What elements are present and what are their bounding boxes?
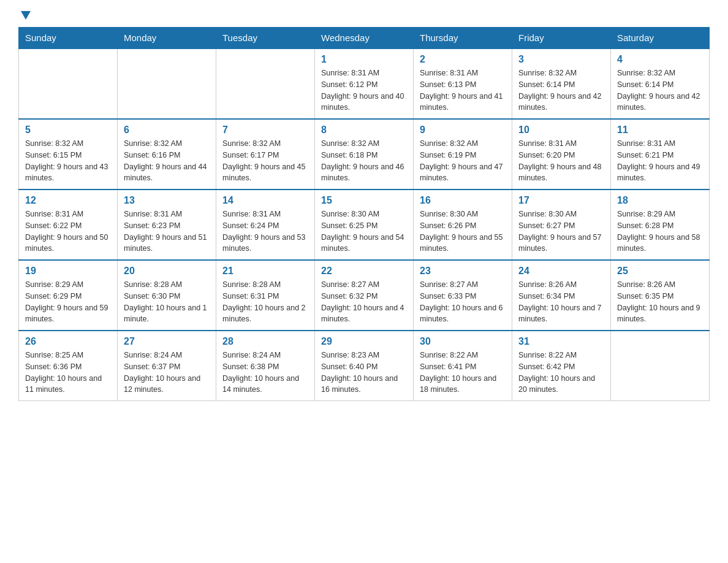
day-number: 16 <box>420 195 506 206</box>
week-row-1: 1Sunrise: 8:31 AM Sunset: 6:12 PM Daylig… <box>19 48 710 119</box>
calendar-cell: 24Sunrise: 8:26 AM Sunset: 6:34 PM Dayli… <box>512 260 611 331</box>
calendar-cell: 12Sunrise: 8:31 AM Sunset: 6:22 PM Dayli… <box>19 190 118 260</box>
day-number: 29 <box>321 336 407 347</box>
logo-triangle-icon <box>21 11 31 20</box>
day-number: 28 <box>222 336 308 347</box>
day-number: 27 <box>124 336 210 347</box>
day-number: 23 <box>420 266 506 277</box>
calendar-cell: 17Sunrise: 8:30 AM Sunset: 6:27 PM Dayli… <box>512 190 611 260</box>
day-info: Sunrise: 8:26 AM Sunset: 6:35 PM Dayligh… <box>617 279 703 325</box>
weekday-header-sunday: Sunday <box>19 28 118 49</box>
calendar-cell: 28Sunrise: 8:24 AM Sunset: 6:38 PM Dayli… <box>216 331 315 401</box>
day-info: Sunrise: 8:32 AM Sunset: 6:17 PM Dayligh… <box>222 138 308 184</box>
calendar-cell: 22Sunrise: 8:27 AM Sunset: 6:32 PM Dayli… <box>315 260 414 331</box>
weekday-header-monday: Monday <box>118 28 216 49</box>
day-number: 17 <box>518 195 604 206</box>
day-number: 11 <box>617 124 703 136</box>
calendar-cell: 16Sunrise: 8:30 AM Sunset: 6:26 PM Dayli… <box>414 190 512 260</box>
day-number: 13 <box>124 195 210 206</box>
day-number: 3 <box>518 54 604 65</box>
calendar-cell: 8Sunrise: 8:32 AM Sunset: 6:18 PM Daylig… <box>315 119 414 190</box>
weekday-header-saturday: Saturday <box>611 28 710 49</box>
weekday-header-wednesday: Wednesday <box>315 28 414 49</box>
day-info: Sunrise: 8:27 AM Sunset: 6:33 PM Dayligh… <box>420 279 506 325</box>
calendar-cell: 18Sunrise: 8:29 AM Sunset: 6:28 PM Dayli… <box>611 190 710 260</box>
day-number: 22 <box>321 266 407 277</box>
day-info: Sunrise: 8:31 AM Sunset: 6:21 PM Dayligh… <box>617 138 703 184</box>
calendar-cell: 5Sunrise: 8:32 AM Sunset: 6:15 PM Daylig… <box>19 119 118 190</box>
calendar-cell: 10Sunrise: 8:31 AM Sunset: 6:20 PM Dayli… <box>512 119 611 190</box>
day-number: 20 <box>124 266 210 277</box>
week-row-5: 26Sunrise: 8:25 AM Sunset: 6:36 PM Dayli… <box>19 331 710 401</box>
logo <box>18 12 31 21</box>
calendar-cell: 27Sunrise: 8:24 AM Sunset: 6:37 PM Dayli… <box>118 331 216 401</box>
calendar-cell: 25Sunrise: 8:26 AM Sunset: 6:35 PM Dayli… <box>611 260 710 331</box>
day-number: 6 <box>124 124 210 136</box>
weekday-header-tuesday: Tuesday <box>216 28 315 49</box>
week-row-3: 12Sunrise: 8:31 AM Sunset: 6:22 PM Dayli… <box>19 190 710 260</box>
day-number: 12 <box>25 195 111 206</box>
day-number: 4 <box>617 54 703 65</box>
calendar-cell: 23Sunrise: 8:27 AM Sunset: 6:33 PM Dayli… <box>414 260 512 331</box>
weekday-header-row: SundayMondayTuesdayWednesdayThursdayFrid… <box>19 28 710 49</box>
day-number: 30 <box>420 336 506 347</box>
day-number: 2 <box>420 54 506 65</box>
day-info: Sunrise: 8:32 AM Sunset: 6:14 PM Dayligh… <box>617 67 703 113</box>
calendar-cell <box>216 48 315 119</box>
day-info: Sunrise: 8:32 AM Sunset: 6:16 PM Dayligh… <box>124 138 210 184</box>
day-info: Sunrise: 8:30 AM Sunset: 6:27 PM Dayligh… <box>518 209 604 255</box>
day-info: Sunrise: 8:29 AM Sunset: 6:28 PM Dayligh… <box>617 209 703 255</box>
calendar-cell: 11Sunrise: 8:31 AM Sunset: 6:21 PM Dayli… <box>611 119 710 190</box>
calendar-cell: 4Sunrise: 8:32 AM Sunset: 6:14 PM Daylig… <box>611 48 710 119</box>
day-info: Sunrise: 8:28 AM Sunset: 6:30 PM Dayligh… <box>124 279 210 325</box>
day-number: 26 <box>25 336 111 347</box>
day-info: Sunrise: 8:22 AM Sunset: 6:42 PM Dayligh… <box>518 350 604 396</box>
day-number: 18 <box>617 195 703 206</box>
weekday-header-friday: Friday <box>512 28 611 49</box>
day-number: 15 <box>321 195 407 206</box>
calendar-table: SundayMondayTuesdayWednesdayThursdayFrid… <box>18 27 710 401</box>
calendar-cell: 2Sunrise: 8:31 AM Sunset: 6:13 PM Daylig… <box>414 48 512 119</box>
day-info: Sunrise: 8:24 AM Sunset: 6:38 PM Dayligh… <box>222 350 308 396</box>
day-number: 14 <box>222 195 308 206</box>
day-info: Sunrise: 8:32 AM Sunset: 6:14 PM Dayligh… <box>518 67 604 113</box>
day-info: Sunrise: 8:26 AM Sunset: 6:34 PM Dayligh… <box>518 279 604 325</box>
calendar-cell: 7Sunrise: 8:32 AM Sunset: 6:17 PM Daylig… <box>216 119 315 190</box>
calendar-cell: 1Sunrise: 8:31 AM Sunset: 6:12 PM Daylig… <box>315 48 414 119</box>
day-info: Sunrise: 8:31 AM Sunset: 6:12 PM Dayligh… <box>321 67 407 113</box>
day-number: 25 <box>617 266 703 277</box>
week-row-4: 19Sunrise: 8:29 AM Sunset: 6:29 PM Dayli… <box>19 260 710 331</box>
day-info: Sunrise: 8:25 AM Sunset: 6:36 PM Dayligh… <box>25 350 111 396</box>
calendar-cell <box>611 331 710 401</box>
day-info: Sunrise: 8:32 AM Sunset: 6:18 PM Dayligh… <box>321 138 407 184</box>
calendar-cell: 26Sunrise: 8:25 AM Sunset: 6:36 PM Dayli… <box>19 331 118 401</box>
day-info: Sunrise: 8:23 AM Sunset: 6:40 PM Dayligh… <box>321 350 407 396</box>
day-number: 9 <box>420 124 506 136</box>
calendar-cell: 19Sunrise: 8:29 AM Sunset: 6:29 PM Dayli… <box>19 260 118 331</box>
weekday-header-thursday: Thursday <box>414 28 512 49</box>
day-info: Sunrise: 8:22 AM Sunset: 6:41 PM Dayligh… <box>420 350 506 396</box>
day-number: 24 <box>518 266 604 277</box>
calendar-cell: 9Sunrise: 8:32 AM Sunset: 6:19 PM Daylig… <box>414 119 512 190</box>
calendar-cell: 3Sunrise: 8:32 AM Sunset: 6:14 PM Daylig… <box>512 48 611 119</box>
calendar-cell: 13Sunrise: 8:31 AM Sunset: 6:23 PM Dayli… <box>118 190 216 260</box>
calendar-cell: 31Sunrise: 8:22 AM Sunset: 6:42 PM Dayli… <box>512 331 611 401</box>
day-number: 31 <box>518 336 604 347</box>
week-row-2: 5Sunrise: 8:32 AM Sunset: 6:15 PM Daylig… <box>19 119 710 190</box>
day-info: Sunrise: 8:29 AM Sunset: 6:29 PM Dayligh… <box>25 279 111 325</box>
calendar-cell <box>118 48 216 119</box>
day-info: Sunrise: 8:32 AM Sunset: 6:19 PM Dayligh… <box>420 138 506 184</box>
day-info: Sunrise: 8:32 AM Sunset: 6:15 PM Dayligh… <box>25 138 111 184</box>
day-number: 19 <box>25 266 111 277</box>
page-header <box>18 12 710 21</box>
calendar-cell: 6Sunrise: 8:32 AM Sunset: 6:16 PM Daylig… <box>118 119 216 190</box>
day-number: 21 <box>222 266 308 277</box>
day-info: Sunrise: 8:30 AM Sunset: 6:25 PM Dayligh… <box>321 209 407 255</box>
day-number: 8 <box>321 124 407 136</box>
day-info: Sunrise: 8:27 AM Sunset: 6:32 PM Dayligh… <box>321 279 407 325</box>
calendar-cell: 29Sunrise: 8:23 AM Sunset: 6:40 PM Dayli… <box>315 331 414 401</box>
day-info: Sunrise: 8:30 AM Sunset: 6:26 PM Dayligh… <box>420 209 506 255</box>
day-info: Sunrise: 8:31 AM Sunset: 6:24 PM Dayligh… <box>222 209 308 255</box>
day-info: Sunrise: 8:28 AM Sunset: 6:31 PM Dayligh… <box>222 279 308 325</box>
day-number: 1 <box>321 54 407 65</box>
